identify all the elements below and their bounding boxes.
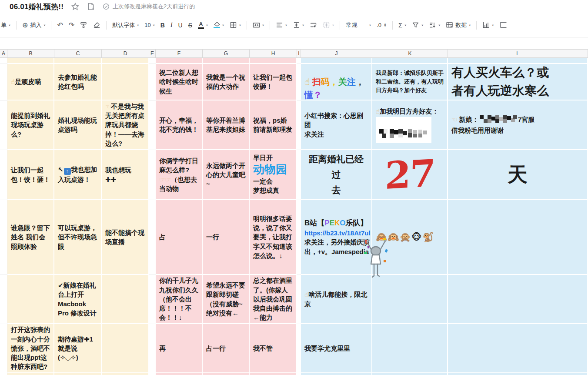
cell-L2[interactable]: 有人买火车么？或 者有人玩逆水寒么: [448, 64, 588, 100]
insert-button[interactable]: ⊕ 插入▾: [22, 21, 45, 29]
bilibili-link[interactable]: https://b23.tv/18At7ul: [304, 229, 371, 237]
cell-D8[interactable]: [102, 373, 149, 375]
cell-C7[interactable]: 期待桌游✚1 就是说(✧◡✧): [54, 324, 102, 373]
cell-L4[interactable]: 天: [448, 150, 588, 200]
cell-G3[interactable]: 等你开着兰博基尼来接姐妹: [203, 100, 250, 150]
sum-function-button[interactable]: Σ▾: [398, 21, 406, 29]
column-header-G[interactable]: G: [203, 49, 250, 58]
undo-button[interactable]: ↶: [57, 21, 63, 29]
cell-F8[interactable]: [156, 373, 203, 375]
cell-D3[interactable]: ☜不是我与我无关把所有桌牌玩具都烧掉！——去海边么?: [102, 100, 149, 150]
cell-C4[interactable]: ↖↑我也想加入玩桌游！: [54, 150, 102, 200]
cell-K4[interactable]: 27: [372, 150, 448, 200]
cell-B1[interactable]: [7, 58, 54, 64]
cell-G6[interactable]: 希望永远不要跟新郎切磋（没有威胁~绝对没有←: [203, 275, 250, 324]
cell-L7[interactable]: [448, 324, 588, 373]
cell-L3[interactable]: ☜ 新娘：7官服借我粉毛用用谢谢: [448, 100, 588, 150]
cell-B6[interactable]: [7, 275, 54, 324]
column-header-H[interactable]: H: [250, 49, 297, 58]
cell-G7[interactable]: 占一行: [203, 324, 250, 373]
cell-C2[interactable]: 去参加婚礼能抢红包吗: [54, 64, 102, 100]
merge-cells-button[interactable]: ▾: [253, 21, 264, 29]
cell-A6[interactable]: [0, 275, 7, 324]
cell-G8[interactable]: [203, 373, 250, 375]
cell-G4[interactable]: 永远做两个开心的大儿童吧~: [203, 150, 250, 200]
font-family-dropdown[interactable]: 默认字体▾: [112, 21, 139, 29]
cell-J3[interactable]: 小红书搜索：心思剧团 求关注: [301, 100, 372, 150]
cell-H2[interactable]: 让我们一起包饺砸！: [250, 64, 297, 100]
clipped-toolbar-icon[interactable]: [499, 21, 507, 29]
strikethrough-button[interactable]: S: [188, 22, 192, 29]
column-header-I[interactable]: I: [297, 49, 301, 58]
cell-H6[interactable]: 总之都在酒里了。(你嫁人以后我会巩固我自由搏击的←能力: [250, 275, 297, 324]
cell-F2[interactable]: 祝二位新人想啥时候生啥时候生: [156, 64, 203, 100]
underline-button[interactable]: U: [178, 22, 183, 29]
cell-B2[interactable]: ☝是顽皮喵: [7, 64, 54, 100]
cell-F6[interactable]: 你的干儿子九九祝你们久久（他不会出席！！！不会！！↓: [156, 275, 203, 324]
text-color-button[interactable]: A ▾: [198, 21, 208, 29]
font-size-dropdown[interactable]: 10▾: [144, 22, 154, 28]
cell-H1[interactable]: [250, 58, 297, 64]
column-header-C[interactable]: C: [54, 49, 102, 58]
cell-G2[interactable]: 我就是一个祝福的大动作: [203, 64, 250, 100]
cell-F7[interactable]: 再: [156, 324, 203, 373]
cell-G5[interactable]: 一行: [203, 200, 250, 275]
sort-button[interactable]: ▾: [429, 21, 440, 29]
cell-J2[interactable]: ☝ 扫码，关注，懂？: [301, 64, 372, 100]
cell-J5[interactable]: B站【PEKO乐队】 https://b23.tv/18At7ul 求关注，另外…: [301, 200, 372, 275]
italic-button[interactable]: I: [170, 22, 173, 29]
cell-G1[interactable]: [203, 58, 250, 64]
cell-K2[interactable]: 我是新郎：诚招乐队贝斯手和二吉他。还有，有人玩明日方舟吗？加个好友: [372, 64, 448, 100]
text-wrap-button[interactable]: [310, 21, 317, 29]
data-menu[interactable]: 数据▾: [446, 21, 471, 29]
column-header-L[interactable]: L: [448, 49, 588, 58]
cell-H7[interactable]: 我不管: [250, 324, 297, 373]
cell-J8[interactable]: [301, 373, 372, 375]
cell-B8[interactable]: [7, 373, 54, 375]
cell-B4[interactable]: 让我们一起 包！饺！砸！: [7, 150, 54, 200]
cell-C5[interactable]: 可以玩桌游，但不许现场急眼: [54, 200, 102, 275]
vertical-align-button[interactable]: ▾: [293, 21, 304, 29]
cell-A3[interactable]: [0, 100, 7, 150]
star-favorite-icon[interactable]: [71, 3, 79, 10]
cell-L6[interactable]: [448, 275, 588, 324]
chart-button[interactable]: ▾: [482, 21, 494, 29]
cell-C8[interactable]: [54, 373, 102, 375]
cell-L5[interactable]: [448, 200, 588, 275]
cell-A8[interactable]: [0, 373, 7, 375]
cell-A4[interactable]: [0, 150, 7, 200]
horizontal-align-button[interactable]: ▾: [276, 21, 287, 29]
eraser-button[interactable]: [93, 21, 100, 29]
bold-button[interactable]: B: [160, 22, 165, 29]
cell-D7[interactable]: [102, 324, 149, 373]
cell-B3[interactable]: 能提前到婚礼现场玩桌游么?: [7, 100, 54, 150]
redo-button[interactable]: ↷: [69, 21, 74, 29]
format-painter-button[interactable]: [80, 21, 87, 29]
cell-J7[interactable]: 我要学尤克里里: [301, 324, 372, 373]
filter-button[interactable]: ▾: [412, 21, 423, 29]
column-header-E[interactable]: E: [149, 49, 156, 58]
cell-A7[interactable]: [0, 324, 7, 373]
cell-C1[interactable]: [54, 58, 102, 64]
cell-D4[interactable]: 我也想玩 ✚✚: [102, 150, 149, 200]
column-header-K[interactable]: K: [372, 49, 448, 58]
cell-L1[interactable]: [448, 58, 588, 64]
cell-F4[interactable]: 你俩学学打日麻怎么样?☞☞（也想去当动物: [156, 150, 203, 200]
cell-H3[interactable]: 祝福，ps婚前请新郎理发: [250, 100, 297, 150]
cell-D6[interactable]: [102, 275, 149, 324]
menu-dropdown[interactable]: 单▾: [1, 21, 10, 29]
number-format-dropdown[interactable]: 常规▾: [346, 21, 371, 29]
cell-K1[interactable]: [372, 58, 448, 64]
column-header-B[interactable]: B: [7, 49, 54, 58]
cell-B5[interactable]: 谁急眼？留下姓名 我们会照顾体验: [7, 200, 54, 275]
cell-A1[interactable]: [0, 58, 7, 64]
insert-frame-button[interactable]: ▾: [323, 21, 334, 29]
cell-D5[interactable]: 能不能搞个现场直播: [102, 200, 149, 275]
cell-C6[interactable]: ↙新娘在婚礼台上打开 Macbook Pro 修改设计: [54, 275, 102, 324]
cell-K8[interactable]: [372, 373, 448, 375]
cell-D2[interactable]: [102, 64, 149, 100]
new-document-icon[interactable]: [87, 3, 95, 10]
cell-K7[interactable]: [372, 324, 448, 373]
column-header-J[interactable]: J: [301, 49, 372, 58]
cell-B7[interactable]: 打开这张表的一刻内心十分慌张，酒吧不能出现ppt这种脏东西吧?: [7, 324, 54, 373]
